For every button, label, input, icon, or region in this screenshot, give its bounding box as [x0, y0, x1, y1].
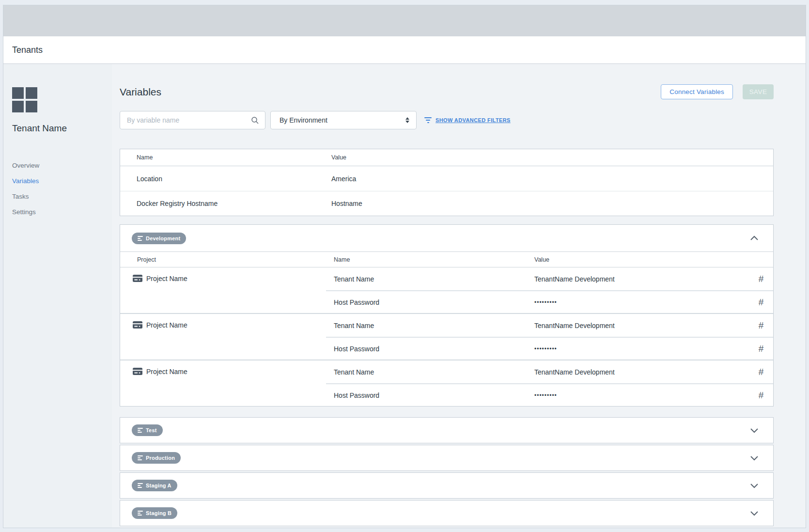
variable-name: Tenant Name	[334, 368, 534, 376]
logo-square	[26, 101, 37, 112]
project-cell: Project Name	[120, 314, 326, 360]
variable-row[interactable]: Tenant Name TenantName Development #	[326, 314, 773, 337]
variables-panel: Variables Connect Variables SAVE By Envi…	[112, 64, 806, 528]
show-advanced-filters[interactable]: SHOW ADVANCED FILTERS	[424, 117, 511, 124]
logo-square	[26, 87, 37, 99]
environment-badge: Development	[132, 233, 186, 244]
environment-name: Production	[146, 455, 175, 461]
environment-header[interactable]: Development	[120, 225, 773, 251]
column-header-name: Name	[137, 154, 331, 161]
variable-name: Docker Registry Hostname	[137, 200, 331, 207]
table-row[interactable]: Docker Registry Hostname Hostname	[120, 191, 773, 216]
variable-name: Location	[137, 175, 331, 183]
search-icon	[251, 116, 259, 125]
save-button[interactable]: SAVE	[743, 84, 774, 99]
select-stepper-icon	[405, 117, 409, 123]
hash-icon[interactable]: #	[749, 320, 773, 331]
masked-value: •••••••••	[534, 392, 749, 399]
variable-name: Tenant Name	[334, 275, 534, 283]
table-row[interactable]: Location America	[120, 166, 773, 191]
breadcrumb-title: Tenants	[12, 45, 43, 55]
sidebar-item-settings[interactable]: Settings	[12, 208, 103, 216]
variable-name: Host Password	[334, 391, 534, 399]
variable-value: America	[331, 175, 773, 183]
variable-search-box[interactable]	[120, 111, 265, 129]
page-header-bar: Tenants	[3, 36, 806, 64]
sidebar-item-variables[interactable]: Variables	[12, 177, 103, 185]
app-window: Tenants Tenant Name Overview Variables T…	[3, 5, 806, 528]
variable-row[interactable]: Host Password ••••••••• #	[326, 290, 773, 313]
environment-icon	[138, 428, 143, 433]
environment-section-staging-a[interactable]: Staging A	[120, 472, 774, 499]
variable-row[interactable]: Host Password ••••••••• #	[326, 337, 773, 360]
variable-name: Host Password	[334, 298, 534, 306]
environment-icon	[138, 455, 143, 460]
filter-icon	[424, 117, 432, 124]
variable-row[interactable]: Host Password ••••••••• #	[326, 383, 773, 406]
environment-section-production[interactable]: Production	[120, 445, 774, 471]
chevron-down-icon[interactable]	[750, 511, 759, 516]
group-by-value: By Environment	[280, 116, 327, 124]
page-title: Variables	[120, 86, 161, 98]
variable-value: TenantName Development	[534, 368, 749, 376]
chevron-up-icon[interactable]	[750, 235, 759, 241]
hash-icon[interactable]: #	[749, 390, 773, 401]
connect-variables-button[interactable]: Connect Variables	[661, 84, 733, 99]
environment-badge: Staging B	[132, 507, 177, 519]
environment-name: Staging A	[146, 483, 171, 488]
sidebar-item-tasks[interactable]: Tasks	[12, 193, 103, 200]
project-group: Project Name Tenant Name TenantName Deve…	[120, 360, 773, 406]
masked-value: •••••••••	[534, 345, 749, 352]
environment-name: Development	[146, 235, 180, 241]
hash-icon[interactable]: #	[749, 274, 773, 284]
project-cell: Project Name	[120, 267, 326, 313]
variable-value: Hostname	[331, 200, 773, 207]
sidebar-item-overview[interactable]: Overview	[12, 162, 103, 169]
environment-icon	[138, 511, 143, 516]
environment-badge: Staging A	[132, 480, 177, 491]
project-name: Project Name	[146, 368, 187, 376]
variable-name: Host Password	[334, 345, 534, 353]
search-input[interactable]	[120, 116, 251, 124]
group-by-select[interactable]: By Environment	[270, 111, 417, 129]
environment-icon	[138, 236, 143, 241]
column-header-value: Value	[331, 154, 773, 161]
variable-value: TenantName Development	[534, 322, 749, 329]
environment-badge: Production	[132, 452, 181, 464]
variable-value: TenantName Development	[534, 275, 749, 283]
variable-row[interactable]: Tenant Name TenantName Development #	[326, 267, 773, 290]
project-group: Project Name Tenant Name TenantName Deve…	[120, 267, 773, 313]
environment-section-staging-b[interactable]: Staging B	[120, 500, 774, 526]
project-group: Project Name Tenant Name TenantName Deve…	[120, 313, 773, 360]
project-icon	[133, 321, 142, 329]
column-header-project: Project	[137, 256, 334, 263]
chevron-down-icon[interactable]	[750, 483, 759, 488]
project-cell: Project Name	[120, 360, 326, 406]
hash-icon[interactable]: #	[749, 344, 773, 354]
advanced-filters-link[interactable]: SHOW ADVANCED FILTERS	[436, 117, 511, 123]
sidebar-nav: Overview Variables Tasks Settings	[12, 162, 103, 216]
hash-icon[interactable]: #	[749, 367, 773, 377]
tenant-name: Tenant Name	[12, 123, 103, 134]
environment-name: Staging B	[146, 510, 171, 516]
project-icon	[133, 275, 142, 282]
common-variables-table: Name Value Location America Docker Regis…	[120, 149, 774, 216]
project-name: Project Name	[146, 275, 187, 282]
column-header-value: Value	[534, 256, 773, 263]
variable-row[interactable]: Tenant Name TenantName Development #	[326, 360, 773, 383]
tenant-logo	[12, 87, 37, 112]
project-name: Project Name	[146, 321, 187, 329]
chevron-down-icon[interactable]	[750, 428, 759, 433]
environment-section-test[interactable]: Test	[120, 417, 774, 443]
top-navigation-strip	[3, 5, 806, 36]
environment-badge: Test	[132, 424, 163, 436]
logo-square	[12, 87, 24, 99]
chevron-down-icon[interactable]	[750, 455, 759, 461]
logo-square	[12, 101, 24, 112]
environment-section-development: Development Project Name Value	[120, 224, 774, 407]
hash-icon[interactable]: #	[749, 297, 773, 308]
environment-icon	[138, 483, 143, 488]
tenant-sidebar: Tenant Name Overview Variables Tasks Set…	[3, 64, 112, 528]
column-header-name: Name	[334, 256, 534, 263]
table-header-row: Name Value	[120, 149, 773, 166]
